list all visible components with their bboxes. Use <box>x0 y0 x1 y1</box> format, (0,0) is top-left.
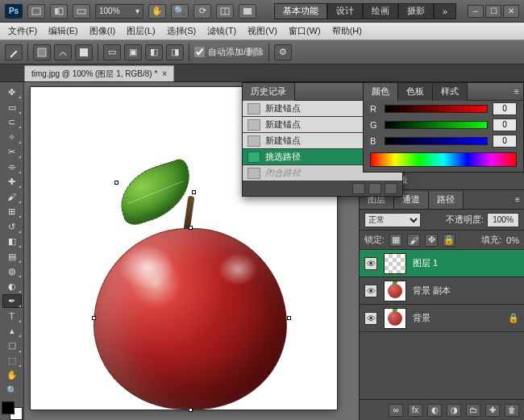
dodge-tool[interactable]: ◐ <box>2 279 22 293</box>
lock-pixels-icon[interactable]: 🖌 <box>407 234 420 247</box>
layer-name[interactable]: 图层 1 <box>413 257 438 269</box>
hand-tool-icon[interactable]: ✋ <box>148 4 166 19</box>
opacity-value[interactable]: 100% <box>487 213 519 227</box>
new-doc-icon[interactable] <box>368 183 381 194</box>
blend-mode-select[interactable]: 正常 <box>364 213 421 227</box>
fx-icon[interactable]: fx <box>408 404 422 417</box>
lock-all-icon[interactable]: 🔒 <box>443 234 455 247</box>
close-button[interactable]: ✕ <box>503 5 519 18</box>
minibridge-icon[interactable] <box>50 4 68 19</box>
r-value[interactable]: 0 <box>493 102 517 115</box>
move-tool[interactable]: ✥ <box>2 85 22 99</box>
panel-menu-icon[interactable]: ≡ <box>511 195 524 204</box>
adjustment-icon[interactable]: ◑ <box>447 404 461 417</box>
b-value[interactable]: 0 <box>493 135 517 148</box>
g-slider[interactable] <box>385 121 488 129</box>
tab-paths[interactable]: 路径 <box>429 191 464 209</box>
path-op-add[interactable]: ▭ <box>103 44 121 60</box>
path-select-tool[interactable]: ▴ <box>2 324 22 338</box>
layer-name[interactable]: 背景 副本 <box>413 285 451 297</box>
g-value[interactable]: 0 <box>493 119 517 131</box>
maximize-button[interactable]: ☐ <box>485 5 501 18</box>
workspace-tab-photography[interactable]: 摄影 <box>398 3 434 19</box>
path-anchor[interactable] <box>92 316 96 320</box>
layer-thumb[interactable] <box>384 253 406 274</box>
path-op-exclude[interactable]: ◨ <box>166 44 184 60</box>
stamp-tool[interactable]: ⊞ <box>2 205 22 218</box>
color-panel-head[interactable]: 颜色 色板 样式 ≡ <box>364 83 523 101</box>
minimize-button[interactable]: – <box>468 5 484 18</box>
menu-layer[interactable]: 图层(L) <box>122 23 160 39</box>
r-slider[interactable] <box>385 105 488 113</box>
document-tab[interactable]: timg.jpg @ 100% (图层 1, RGB/8) * × <box>24 65 174 81</box>
history-brush-tool[interactable]: ↺ <box>2 219 22 233</box>
panel-menu-icon[interactable]: ≡ <box>510 87 523 96</box>
zoom-tool-icon[interactable]: 🔍 <box>171 4 189 19</box>
hand-tool[interactable]: ✋ <box>2 368 22 382</box>
screenmode-icon[interactable] <box>239 4 256 19</box>
layer-row[interactable]: 👁 背景 🔒 <box>360 305 524 332</box>
menu-filter[interactable]: 滤镜(T) <box>202 23 241 39</box>
group-icon[interactable]: 🗀 <box>466 404 480 417</box>
path-anchor[interactable] <box>189 226 193 230</box>
zoom-level[interactable]: 100%▾ <box>95 4 143 19</box>
heal-tool[interactable]: ✚ <box>2 175 22 189</box>
mask-icon[interactable]: ◐ <box>427 404 442 417</box>
path-anchor[interactable] <box>114 181 119 185</box>
layer-thumb[interactable] <box>384 308 406 329</box>
workspace-more[interactable]: » <box>434 3 456 19</box>
pen-tool-preset[interactable] <box>5 44 23 60</box>
visibility-toggle[interactable]: 👁 <box>364 257 377 270</box>
trash-icon[interactable] <box>385 183 397 194</box>
path-anchor[interactable] <box>287 316 291 320</box>
layer-row[interactable]: 👁 背景 副本 <box>360 277 524 305</box>
layer-row[interactable]: 👁 图层 1 <box>360 250 524 277</box>
link-layers-icon[interactable]: ∞ <box>389 404 403 417</box>
workspace-tab-painting[interactable]: 绘画 <box>363 3 398 19</box>
brush-tool[interactable]: 🖌 <box>2 189 22 203</box>
spectrum-ramp[interactable] <box>370 152 517 167</box>
lock-transparency-icon[interactable]: ▦ <box>389 234 402 247</box>
new-layer-icon[interactable]: ✚ <box>485 404 500 417</box>
crop-tool[interactable]: ✂ <box>2 145 22 159</box>
viewextras-icon[interactable] <box>73 4 90 19</box>
bridge-icon[interactable] <box>27 4 45 19</box>
lasso-tool[interactable]: ⊂ <box>2 115 22 129</box>
menu-view[interactable]: 视图(V) <box>243 23 282 39</box>
tab-swatches[interactable]: 色板 <box>398 83 433 101</box>
marquee-tool[interactable]: ▭ <box>2 100 22 114</box>
3d-tool[interactable]: ⬚ <box>2 354 22 368</box>
blur-tool[interactable]: ◍ <box>2 264 22 278</box>
gear-icon[interactable]: ⚙ <box>274 44 292 60</box>
menu-select[interactable]: 选择(S) <box>162 23 202 39</box>
zoom-canvas-tool[interactable]: 🔍 <box>2 384 22 397</box>
path-anchor[interactable] <box>189 408 193 412</box>
b-slider[interactable] <box>385 137 488 145</box>
auto-add-delete-input[interactable] <box>194 47 205 57</box>
trash-icon[interactable]: 🗑 <box>505 404 519 417</box>
type-tool[interactable]: T <box>2 309 22 322</box>
tab-history[interactable]: 历史记录 <box>243 83 295 101</box>
layer-thumb[interactable] <box>384 281 406 301</box>
new-snapshot-icon[interactable] <box>352 183 365 194</box>
fg-bg-swatch[interactable] <box>2 401 23 420</box>
rotate-view-icon[interactable]: ⟳ <box>193 4 211 19</box>
tab-styles[interactable]: 样式 <box>433 83 468 101</box>
fill-value[interactable]: 0% <box>506 235 519 245</box>
visibility-toggle[interactable]: 👁 <box>364 312 377 325</box>
menu-help[interactable]: 帮助(H) <box>327 23 367 39</box>
workspace-tab-essentials[interactable]: 基本功能 <box>274 3 327 19</box>
path-anchor[interactable] <box>192 190 196 194</box>
menu-window[interactable]: 窗口(W) <box>284 23 326 39</box>
layer-name[interactable]: 背景 <box>413 312 430 324</box>
shape-tool[interactable]: ▢ <box>2 339 22 352</box>
visibility-toggle[interactable]: 👁 <box>364 285 377 297</box>
gradient-tool[interactable]: ▤ <box>2 249 22 263</box>
menu-image[interactable]: 图像(I) <box>85 23 120 39</box>
menu-file[interactable]: 文件(F) <box>3 23 42 39</box>
close-icon[interactable]: × <box>162 69 167 78</box>
paths-mode[interactable] <box>54 44 72 60</box>
arrange-docs-icon[interactable] <box>216 4 234 19</box>
menu-edit[interactable]: 编辑(E) <box>44 23 83 39</box>
workspace-tab-design[interactable]: 设计 <box>327 3 363 19</box>
